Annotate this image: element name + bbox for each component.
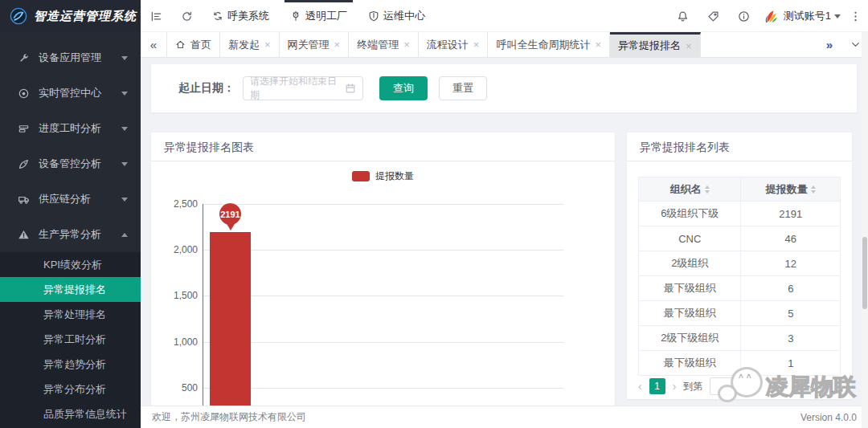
monitor-icon — [18, 88, 30, 100]
cell-report-count: 12 — [741, 251, 841, 276]
chevron-down-icon — [834, 14, 841, 18]
sidebar-group-label: 实时管控中心 — [39, 86, 101, 100]
more-menu-icon[interactable] — [844, 0, 866, 32]
sidebar-item-异常工时分析[interactable]: 异常工时分析 — [0, 327, 141, 352]
tab-item[interactable]: 终端管理× — [349, 32, 419, 57]
tabs-scroll-left-button[interactable]: « — [141, 32, 166, 57]
cell-org-name: 2级组织 — [639, 251, 741, 276]
top-nav-item-label: 呼美系统 — [227, 9, 269, 23]
sidebar-group-label: 设备管控分析 — [39, 157, 101, 171]
caret-up-icon — [121, 233, 128, 237]
sidebar-group-设备管控分析[interactable]: 设备管控分析 — [0, 146, 141, 181]
tab-label: 异常提报排名 — [618, 39, 681, 53]
chart-gridline — [203, 342, 563, 343]
bar-report-count[interactable] — [210, 232, 251, 406]
sidebar-group-进度工时分析[interactable]: 进度工时分析 — [0, 111, 141, 146]
home-icon — [175, 39, 186, 50]
y-axis-tick-label: 2,500 — [151, 198, 198, 210]
top-nav-item-label: 运维中心 — [383, 9, 425, 23]
pagination-next-button[interactable]: › — [673, 380, 677, 393]
tab-label: 终端管理 — [357, 38, 399, 52]
tab-item[interactable]: 网关管理× — [280, 32, 350, 57]
cell-org-name: CNC — [639, 226, 741, 251]
top-nav-item-label: 透明工厂 — [305, 9, 347, 23]
pagination-jump-input[interactable] — [710, 377, 734, 395]
username: 测试账号1 — [784, 9, 831, 23]
top-nav-item[interactable]: 透明工厂 — [280, 0, 358, 32]
sidebar-item-异常趋势分析[interactable]: 异常趋势分析 — [0, 352, 141, 377]
table-row[interactable]: 最下级组织6 — [639, 276, 841, 301]
date-range-input[interactable]: 请选择开始和结束日期 — [243, 76, 363, 100]
tab-list: 首页新发起×网关管理×终端管理×流程设计×呼叫全生命周期统计×异常提报排名× — [166, 32, 701, 57]
sidebar-item-异常分布分析[interactable]: 异常分布分析 — [0, 377, 141, 402]
top-nav-item[interactable]: 运维中心 — [358, 0, 436, 32]
pagination-page-1[interactable]: 1 — [649, 378, 665, 394]
user-menu[interactable]: 测试账号1 — [780, 9, 844, 23]
calendar-icon — [345, 83, 356, 94]
filter-panel: 起止日期： 请选择开始和结束日期 查询 重置 — [151, 64, 857, 112]
notification-bell-icon[interactable] — [668, 0, 698, 32]
pagination-jump-label: 到第 — [683, 380, 702, 393]
tag-icon[interactable] — [698, 0, 729, 32]
tab-item[interactable]: 新发起× — [220, 32, 280, 57]
tab-close-icon[interactable]: × — [264, 39, 271, 50]
tabs-view-bar: « 首页新发起×网关管理×终端管理×流程设计×呼叫全生命周期统计×异常提报排名×… — [141, 32, 868, 58]
column-header-org[interactable]: 组织名 — [639, 177, 741, 202]
top-nav: 呼美系统透明工厂运维中心 — [202, 0, 436, 32]
sidebar-group-生产异常分析[interactable]: 生产异常分析 — [0, 217, 141, 252]
sidebar-group-label: 供应链分析 — [39, 192, 91, 206]
refresh-button[interactable] — [171, 0, 202, 32]
bar-value-balloon-tail — [226, 222, 235, 230]
search-button[interactable]: 查询 — [379, 76, 428, 100]
list-panel-title: 异常提报排名列表 — [627, 132, 852, 161]
table-row[interactable]: 最下级组织5 — [639, 301, 841, 326]
factory-pin-icon — [290, 10, 301, 22]
table-row[interactable]: 2级下级组织3 — [639, 326, 841, 351]
scrollbar-track[interactable] — [862, 32, 868, 428]
cell-org-name: 最下级组织 — [639, 301, 741, 326]
sidebar: 设备应用管理实时管控中心进度工时分析设备管控分析供应链分析生产异常分析KPI绩效… — [0, 32, 141, 428]
caret-down-icon — [121, 198, 128, 202]
tab-close-icon[interactable]: × — [686, 41, 692, 51]
caret-down-icon — [121, 127, 128, 131]
sidebar-item-品质异常信息统计[interactable]: 品质异常信息统计 — [0, 402, 141, 426]
table-row[interactable]: CNC46 — [639, 226, 841, 251]
cell-report-count: 3 — [741, 326, 841, 351]
tab-label: 首页 — [190, 38, 211, 52]
sidebar-group-实时管控中心[interactable]: 实时管控中心 — [0, 75, 141, 111]
tab-item[interactable]: 呼叫全生命周期统计× — [488, 32, 610, 57]
column-header-count[interactable]: 提报数量 — [741, 177, 841, 202]
table-row[interactable]: 最下级组织1 — [639, 351, 841, 376]
sidebar-collapse-button[interactable] — [141, 0, 171, 32]
date-range-label: 起止日期： — [178, 81, 235, 96]
sidebar-group-设备应用管理[interactable]: 设备应用管理 — [0, 40, 141, 75]
tab-label: 流程设计 — [427, 38, 469, 52]
tab-label: 新发起 — [228, 38, 260, 52]
tab-close-icon[interactable]: × — [334, 39, 341, 50]
scrollbar-thumb[interactable] — [862, 237, 867, 309]
tab-active[interactable]: 异常提报排名× — [610, 32, 701, 57]
sidebar-item-异常提报排名[interactable]: 异常提报排名 — [0, 277, 141, 302]
main-content: 起止日期： 请选择开始和结束日期 查询 重置 异常提报排名图表 提报数量 2,5… — [141, 58, 868, 406]
sort-icon[interactable] — [811, 185, 816, 194]
pagination-prev-button[interactable]: ‹ — [638, 380, 642, 393]
table-row[interactable]: 6级组织下级2191 — [639, 202, 841, 226]
sort-icon[interactable] — [705, 185, 710, 194]
tabs-scroll-right-button[interactable]: » — [817, 32, 842, 57]
sidebar-item-KPI绩效分析[interactable]: KPI绩效分析 — [0, 252, 141, 277]
table-header-row: 组织名 提报数量 — [639, 177, 841, 202]
top-nav-item[interactable]: 呼美系统 — [202, 0, 280, 32]
tab-close-icon[interactable]: × — [595, 39, 601, 50]
tabbar-spacer — [701, 32, 817, 57]
y-axis-tick-label: 500 — [151, 382, 198, 393]
tab-close-icon[interactable]: × — [473, 39, 480, 50]
sidebar-group-供应链分析[interactable]: 供应链分析 — [0, 181, 141, 217]
bar-chart-plot: 2,5002,0001,5001,0005002191 — [151, 132, 615, 406]
reset-button[interactable]: 重置 — [439, 76, 487, 100]
sidebar-item-异常处理排名[interactable]: 异常处理排名 — [0, 302, 141, 327]
tab-item[interactable]: 流程设计× — [419, 32, 489, 57]
table-row[interactable]: 2级组织12 — [639, 251, 841, 276]
info-icon[interactable] — [729, 0, 760, 32]
tab-close-icon[interactable]: × — [403, 39, 410, 50]
tab-item[interactable]: 首页 — [166, 32, 220, 57]
